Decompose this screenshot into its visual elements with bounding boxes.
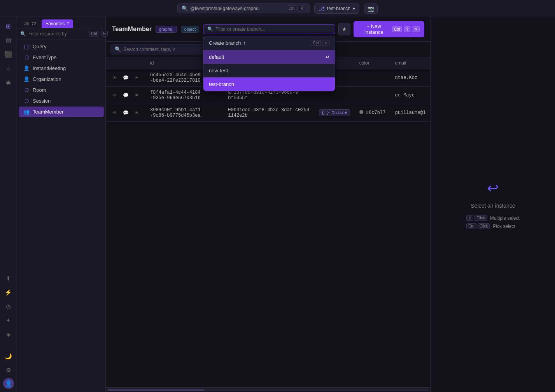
new-instance-button[interactable]: + New instance Ctrl ? ✕	[354, 21, 424, 37]
sidebar-item-room[interactable]: ⬡ Room	[19, 85, 104, 95]
right-panel-inner: ↩ Select an instance ⇧ Click Multiple se…	[457, 171, 529, 238]
sidebar-item-label: InstantMeeting	[33, 65, 66, 71]
shortcut-key: ↵	[322, 40, 329, 46]
pick-select-label: Pick select	[493, 224, 515, 229]
create-branch-label: Create branch ↑	[209, 40, 246, 46]
search-bar-icon: 🔍	[115, 46, 121, 52]
create-branch-shortcut: Ctrl ↵	[311, 40, 329, 46]
camera-button[interactable]: 📷	[364, 4, 378, 14]
rail-icon-camera[interactable]: ○	[2, 62, 15, 75]
new-instance-kbd2: ?	[404, 26, 410, 32]
global-search[interactable]: 🔍 @livestorm/api-gateways-graphql Ctrl K	[177, 4, 310, 13]
branch-item-label: default	[209, 54, 224, 60]
filter-input[interactable]	[28, 31, 87, 37]
row-email: guillaume@l	[390, 104, 431, 122]
rail-icon-chart[interactable]: ⬛	[2, 48, 15, 61]
row-comment-btn[interactable]: 💬	[121, 91, 130, 100]
row-email: ntae.Koz	[390, 69, 431, 87]
sidebar-item-query[interactable]: { } Query	[19, 41, 104, 52]
row-flag-btn[interactable]: ⚑	[132, 108, 141, 117]
sidebar-filter: 🔍 Ctrl E	[17, 28, 105, 39]
row-flag-btn[interactable]: ⚑	[132, 74, 141, 82]
sidebar-items: { } Query ⬡ EventType 👤 InstantMeeting 👤…	[17, 39, 105, 392]
col-header-email[interactable]: email	[390, 57, 431, 69]
sidebar-tabs: All 72 Favorites 7	[17, 17, 105, 28]
row-id: 3989c90f-9bb1-4af1 -9c86-b9775d45b3ea	[145, 104, 223, 122]
color-dot	[359, 110, 363, 114]
row-comment-btn[interactable]: 💬	[121, 108, 130, 117]
ctrl-kbd: Ctrl	[466, 223, 476, 229]
organization-icon: 👤	[23, 76, 30, 82]
branch-item-label: new-test	[209, 68, 228, 74]
rail-icon-database[interactable]: ▤	[2, 34, 15, 47]
create-branch-icon: ↑	[243, 40, 246, 46]
header-actions: 🔍 Create branch ↑ Ctrl ↵	[203, 21, 424, 37]
branch-label: test-branch	[327, 6, 350, 11]
select-hint-pick: Ctrl Click Pick select	[466, 223, 520, 229]
new-instance-close: ✕	[413, 26, 420, 32]
sidebar-item-eventtype[interactable]: ⬡ EventType	[19, 52, 104, 63]
branch-search-icon: 🔍	[207, 26, 213, 32]
sidebar-item-label: Room	[33, 87, 46, 93]
branch-dropdown-container: 🔍 Create branch ↑ Ctrl ↵	[203, 24, 335, 34]
sidebar-item-teammember[interactable]: 👥 TeamMember	[19, 107, 104, 117]
rail-icon-moon[interactable]: 🌙	[2, 350, 15, 362]
rail-icon-network[interactable]: ✦	[2, 314, 15, 327]
tab-favorites[interactable]: Favorites 7	[42, 19, 73, 28]
col-header-color[interactable]: color	[355, 57, 390, 69]
col-header-actions	[106, 57, 145, 69]
rail-icon-upload[interactable]: ⬆	[2, 272, 15, 285]
rail-icon-shield[interactable]: ◈	[2, 328, 15, 341]
topbar: 🔍 @livestorm/api-gateways-graphql Ctrl K…	[0, 0, 555, 17]
row-view-btn[interactable]: 👁	[110, 91, 119, 100]
row-view-btn[interactable]: 👁	[110, 108, 119, 117]
row-email: er_Maye	[390, 87, 431, 104]
session-icon: ⬡	[23, 98, 30, 104]
branch-dropdown: Create branch ↑ Ctrl ↵ default ↵	[203, 36, 335, 91]
scrollbar-thumb[interactable]	[107, 389, 204, 391]
sidebar-item-label: Query	[33, 44, 46, 49]
query-icon: { }	[23, 44, 30, 49]
branch-item-test-branch[interactable]: test-branch	[203, 77, 335, 91]
branch-search-input[interactable]: 🔍	[203, 24, 335, 34]
sidebar-item-organization[interactable]: 👤 Organization	[19, 74, 104, 84]
inline-tag: { } Inline	[319, 109, 350, 116]
rail-icon-bell[interactable]: ◉	[2, 76, 15, 89]
create-branch-text: Create branch	[209, 40, 241, 46]
table-row[interactable]: 👁 💬 ⚑ 3989c90f-9bb1-4af1 -9c86-b9775d45b…	[106, 104, 431, 122]
row-view-btn[interactable]: 👁	[110, 74, 119, 82]
branch-item-new-test[interactable]: new-test	[203, 64, 335, 77]
search-value: @livestorm/api-gateways-graphql	[190, 6, 259, 11]
click-kbd2: Click	[478, 223, 490, 229]
row-color	[355, 87, 390, 104]
row-comment-btn[interactable]: 💬	[121, 74, 130, 82]
row-color	[355, 69, 390, 87]
page-title: TeamMember	[112, 26, 152, 33]
tag-graphql[interactable]: graphql	[156, 26, 177, 33]
sidebar-item-instantmeeting[interactable]: 👤 InstantMeeting	[19, 63, 104, 74]
rail-icon-avatar[interactable]: 👤	[3, 378, 14, 389]
sidebar-item-label: Session	[33, 98, 51, 104]
branch-icon: ⎇	[319, 5, 325, 12]
tab-all[interactable]: All 72	[20, 19, 40, 28]
rail-icon-home[interactable]: ⊞	[2, 20, 15, 33]
content-area: TeamMember graphql object 🔍 Create branc…	[106, 17, 431, 392]
sidebar-item-label: TeamMember	[33, 109, 63, 115]
rail-icon-settings[interactable]: ⚙	[2, 364, 15, 376]
star-button[interactable]: ★	[338, 23, 350, 35]
search-kbd1: Ctrl	[287, 5, 297, 11]
tag-object[interactable]: object	[181, 26, 199, 33]
sidebar-item-session[interactable]: ⬡ Session	[19, 96, 104, 106]
create-branch-row[interactable]: Create branch ↑ Ctrl ↵	[203, 36, 335, 50]
branch-selector[interactable]: ⎇ test-branch ▾	[314, 4, 359, 14]
branch-filter-input[interactable]	[215, 26, 331, 32]
rail-icon-lightning[interactable]: ⚡	[2, 286, 15, 299]
right-panel: ↩ Select an instance ⇧ Click Multiple se…	[431, 17, 555, 392]
row-actions: 👁 💬 ⚑	[106, 69, 145, 87]
row-flag-btn[interactable]: ⚑	[132, 91, 141, 100]
rail-icon-clock[interactable]: ◷	[2, 300, 15, 313]
branch-item-default[interactable]: default ↵	[203, 50, 335, 64]
horizontal-scrollbar[interactable]	[106, 387, 431, 392]
row-actions: 👁 💬 ⚑	[106, 104, 145, 122]
click-kbd: Click	[474, 215, 487, 221]
